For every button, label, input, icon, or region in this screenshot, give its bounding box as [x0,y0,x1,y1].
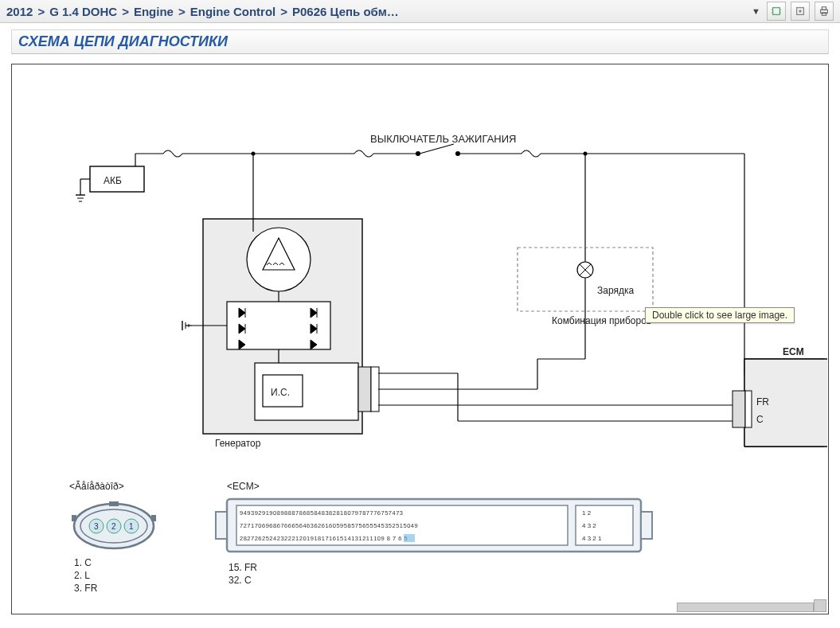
horizontal-scrollbar[interactable] [677,603,814,612]
printer-icon [819,6,830,17]
svg-rect-67 [733,391,745,427]
svg-point-6 [799,10,802,13]
ecm-row-bot: 282726252423222120191817161514131211109 … [240,535,408,542]
crumb-sep: > [122,5,129,18]
crumb-sep: > [178,5,186,18]
breadcrumb-toolbar: 2012 > G 1.4 DOHC > Engine > Engine Cont… [0,0,840,23]
svg-line-22 [420,144,454,154]
svg-rect-51 [358,367,371,412]
crumb-engine-variant[interactable]: G 1.4 DOHC [49,5,117,18]
conn-generator-header: <Ãåíåðàòîð> [69,481,124,492]
ecm-pin-32: 32. C [229,575,252,586]
ic-label: И.С. [271,387,290,398]
ecm-block: ECM FR C [733,346,827,447]
chip-alt-icon [795,6,806,17]
svg-rect-8 [822,7,826,10]
pin-3fr: 3. FR [74,583,98,594]
svg-rect-79 [109,501,119,506]
ecm-pin-fr: FR [756,396,769,408]
pin-1c: 1. C [74,557,92,568]
tooltip: Double click to see large image. [645,307,795,323]
dropdown-caret-icon[interactable]: ▼ [752,6,760,16]
generator-connector-pinout: <Ãåíåðàòîð> 3 2 1 1. C 2. L 3. FR [69,481,156,594]
conn-ecm-header: <ECM> [227,481,260,492]
svg-rect-85 [641,512,652,539]
svg-rect-84 [216,512,227,539]
svg-rect-9 [822,13,826,16]
ecm-small-bot: 4 3 2 1 [582,535,602,542]
scrollbar-corner [814,599,826,612]
ignition-switch-label: ВЫКЛЮЧАТЕЛЬ ЗАЖИГАНИЯ [370,133,516,145]
charging-label: Зарядка [597,285,634,296]
section-title: СХЕМА ЦЕПИ ДИАГНОСТИКИ [11,29,829,54]
wiring-diagram-svg: АКБ [12,64,827,614]
tool-button-1[interactable] [767,2,786,21]
print-button[interactable] [815,2,834,21]
crumb-year[interactable]: 2012 [6,5,33,18]
crumb-code[interactable]: P0626 Цепь обм… [292,5,399,18]
diagram-viewport[interactable]: Double click to see large image. АКБ [11,64,829,614]
svg-rect-0 [773,8,780,15]
svg-rect-78 [151,515,156,521]
wiring [378,373,733,421]
conn-pin-1: 1 [129,522,134,531]
instrument-cluster-label: Комбинация приборов [552,315,651,326]
ecm-small-top: 1 2 [582,509,592,517]
svg-rect-88 [404,534,415,542]
battery-block: АКБ [76,154,144,201]
crumb-sep: > [37,5,45,18]
instrument-cluster-block: Зарядка Комбинация приборов [518,248,653,389]
ecm-small-mid: 4 3 2 [582,522,596,529]
ecm-label: ECM [783,346,804,357]
crumb-subsystem[interactable]: Engine Control [190,5,276,18]
generator-block: И.С. Генератор [182,219,379,449]
ecm-pin-c: C [756,414,764,425]
crumb-sep: > [280,5,287,18]
conn-pin-2: 2 [111,522,116,531]
crumb-system[interactable]: Engine [134,5,174,18]
battery-label: АКБ [104,175,122,186]
svg-rect-77 [72,515,76,521]
ecm-pin-15: 15. FR [229,562,257,573]
tool-button-2[interactable] [791,2,810,21]
generator-label: Генератор [215,438,261,449]
chip-icon [771,6,782,17]
conn-pin-3: 3 [94,522,99,531]
ecm-row-top: 9493929190898887868584838281807978777675… [240,509,404,517]
svg-rect-68 [745,391,752,427]
pin-2l: 2. L [74,570,90,581]
ecm-row-mid: 7271706968676665646362616059585756555453… [240,522,418,529]
toolbar-icons [767,2,834,21]
ecm-connector-pinout: <ECM> 9493929190898887868584838281807978… [216,481,652,586]
svg-rect-52 [371,367,379,412]
